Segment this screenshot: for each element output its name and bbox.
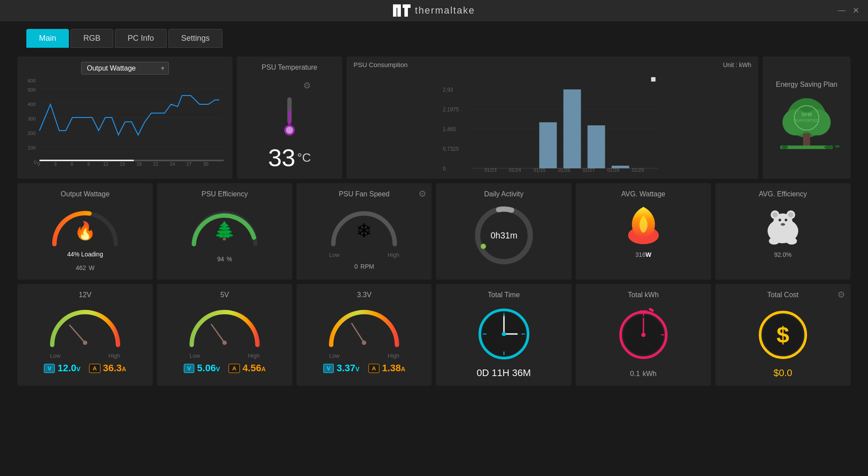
svg-text:1,465: 1,465 bbox=[443, 126, 456, 132]
svg-text:01/29: 01/29 bbox=[632, 167, 644, 173]
33v-voltage-value: 3.37V bbox=[336, 362, 359, 374]
svg-text:6: 6 bbox=[71, 161, 73, 166]
temp-value-display: 33 °C bbox=[268, 143, 311, 172]
33v-voltage-item: V 3.37V bbox=[323, 362, 360, 374]
main-content: Output Wattage PSU Efficiency Temperatur… bbox=[0, 48, 868, 394]
33v-gauge bbox=[325, 303, 404, 352]
avg-wattage-value: 316W bbox=[635, 248, 651, 259]
app-title: thermaltake bbox=[415, 5, 475, 16]
svg-text:200: 200 bbox=[28, 131, 36, 136]
svg-point-91 bbox=[83, 341, 87, 345]
5v-readings: V 5.06V A 4.56A bbox=[184, 362, 266, 374]
svg-rect-4 bbox=[404, 8, 408, 17]
output-wattage-chart-card: Output Wattage PSU Efficiency Temperatur… bbox=[18, 57, 232, 179]
5v-low: Low bbox=[189, 352, 200, 359]
33v-current-value: 1.38A bbox=[382, 362, 405, 374]
svg-text:500: 500 bbox=[28, 87, 36, 92]
svg-text:2,93: 2,93 bbox=[443, 87, 454, 93]
gear-icon-temp[interactable]: ⚙ bbox=[303, 80, 311, 91]
tab-pc-info[interactable]: PC Info bbox=[115, 29, 167, 48]
12v-card: 12V Low High bbox=[18, 284, 153, 386]
chart-type-select[interactable]: Output Wattage PSU Efficiency Temperatur… bbox=[81, 62, 169, 75]
total-time-clock bbox=[473, 303, 535, 365]
svg-text:0,7325: 0,7325 bbox=[443, 146, 459, 152]
svg-point-76 bbox=[481, 244, 486, 249]
svg-point-95 bbox=[362, 341, 366, 345]
svg-line-92 bbox=[211, 324, 225, 343]
window-controls: — ✕ bbox=[838, 6, 859, 15]
5v-label-row: Low High bbox=[189, 352, 260, 359]
avg-efficiency-card: AVG. Efficiency 92.0% bbox=[715, 183, 850, 280]
5v-card: 5V Low High bbox=[157, 284, 292, 386]
svg-text:12: 12 bbox=[103, 161, 108, 166]
svg-point-93 bbox=[222, 341, 227, 345]
5v-title: 5V bbox=[220, 291, 229, 299]
tab-settings[interactable]: Settings bbox=[168, 29, 222, 48]
svg-text:400: 400 bbox=[28, 102, 36, 107]
psu-efficiency-value: 94 % bbox=[217, 252, 232, 264]
12v-title: 12V bbox=[79, 291, 91, 299]
12v-voltage-value: 12.0V bbox=[57, 362, 80, 374]
current-badge: A bbox=[89, 364, 100, 373]
total-kwh-title: Total kWh bbox=[628, 291, 659, 299]
fan-gear-icon[interactable]: ⚙ bbox=[418, 188, 426, 199]
output-wattage-gauge-card: Output Wattage 🔥 44% Loading 462 W bbox=[18, 183, 153, 280]
svg-text:0h31m: 0h31m bbox=[490, 231, 517, 240]
temp-number: 33 bbox=[268, 143, 295, 172]
tab-rgb[interactable]: RGB bbox=[71, 29, 113, 48]
avg-efficiency-title: AVG. Efficiency bbox=[759, 190, 807, 198]
thermometer-icon bbox=[279, 95, 300, 139]
33v-title: 3.3V bbox=[357, 291, 371, 299]
svg-text:01/28: 01/28 bbox=[607, 167, 620, 173]
12v-readings: V 12.0V A 36.3A bbox=[44, 362, 126, 374]
svg-point-87 bbox=[781, 223, 785, 226]
daily-activity-ring: 0h31m bbox=[471, 202, 537, 268]
svg-line-90 bbox=[70, 325, 85, 343]
avg-efficiency-bear bbox=[754, 202, 811, 246]
svg-point-69 bbox=[824, 146, 833, 149]
svg-point-88 bbox=[769, 238, 779, 245]
svg-text:24: 24 bbox=[170, 161, 175, 166]
svg-line-94 bbox=[352, 323, 364, 343]
svg-text:100: 100 bbox=[28, 145, 36, 150]
33v-current-item: A 1.38A bbox=[368, 362, 405, 374]
svg-text:$: $ bbox=[776, 322, 789, 348]
svg-text:01/23: 01/23 bbox=[485, 167, 497, 173]
12v-high: High bbox=[108, 352, 120, 359]
svg-text:SPM: SPM bbox=[801, 112, 812, 117]
output-wattage-value: 462 W bbox=[76, 261, 95, 273]
close-button[interactable]: ✕ bbox=[853, 6, 859, 15]
svg-text:01/24: 01/24 bbox=[509, 167, 522, 173]
consumption-title: PSU Consumption bbox=[354, 61, 407, 68]
psu-efficiency-gauge: 🌲 bbox=[185, 202, 264, 251]
energy-saving-title: Energy Saving Plan bbox=[776, 81, 838, 89]
cost-gear-icon[interactable]: ⚙ bbox=[837, 289, 845, 300]
12v-label-row: Low High bbox=[50, 352, 120, 359]
5v-current-item: A 4.56A bbox=[229, 362, 265, 374]
svg-text:18: 18 bbox=[136, 161, 142, 166]
5v-high: High bbox=[248, 352, 260, 359]
psu-fan-title: PSU Fan Speed bbox=[339, 190, 390, 198]
consumption-header: PSU Consumption Unit : kWh bbox=[354, 61, 751, 68]
minimize-button[interactable]: — bbox=[838, 6, 846, 15]
svg-rect-47 bbox=[539, 122, 557, 168]
app-logo: thermaltake bbox=[393, 4, 475, 17]
tab-main[interactable]: Main bbox=[26, 29, 69, 48]
fan-label-row: Low High bbox=[329, 252, 399, 258]
total-time-value: 0D 11H 36M bbox=[477, 367, 531, 379]
33v-label-row: Low High bbox=[329, 352, 399, 359]
chart-dropdown-wrapper[interactable]: Output Wattage PSU Efficiency Temperatur… bbox=[81, 62, 169, 75]
svg-text:🔥: 🔥 bbox=[74, 220, 96, 241]
svg-point-84 bbox=[788, 212, 793, 217]
total-time-card: Total Time 0D 11H 36M bbox=[436, 284, 571, 386]
12v-current-item: A 36.3A bbox=[89, 362, 126, 374]
5v-voltage-badge: V bbox=[184, 364, 195, 373]
12v-current-value: 36.3A bbox=[103, 362, 126, 374]
svg-text:27: 27 bbox=[186, 161, 192, 166]
fan-low-label: Low bbox=[329, 252, 339, 258]
consumption-chart-svg: 0 0,7325 1,465 2,1975 2,93 01/23 01/24 0… bbox=[354, 72, 751, 173]
svg-text:01/25: 01/25 bbox=[534, 167, 546, 173]
svg-rect-32 bbox=[288, 110, 291, 124]
svg-text:❄: ❄ bbox=[356, 220, 372, 242]
energy-tree-icon: SPM SUPPORTED bbox=[772, 94, 842, 155]
